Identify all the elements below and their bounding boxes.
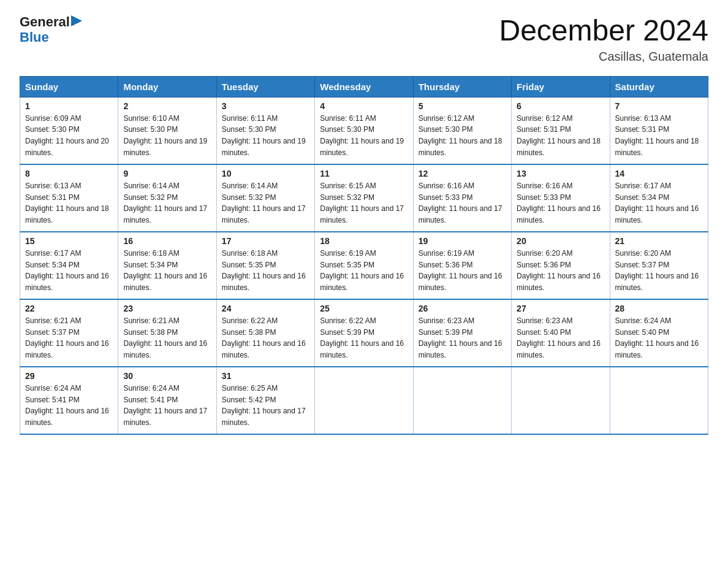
day-info: Sunrise: 6:20 AMSunset: 5:36 PMDaylight:… — [517, 249, 601, 292]
table-row: 9 Sunrise: 6:14 AMSunset: 5:32 PMDayligh… — [118, 164, 216, 232]
table-row: 10 Sunrise: 6:14 AMSunset: 5:32 PMDaylig… — [216, 164, 314, 232]
day-number: 10 — [222, 169, 309, 178]
day-number: 9 — [123, 169, 211, 178]
table-row: 20 Sunrise: 6:20 AMSunset: 5:36 PMDaylig… — [512, 232, 610, 299]
day-number: 6 — [517, 101, 604, 111]
day-number: 20 — [517, 236, 604, 246]
table-row: 28 Sunrise: 6:24 AMSunset: 5:40 PMDaylig… — [610, 299, 708, 367]
table-row: 5 Sunrise: 6:12 AMSunset: 5:30 PMDayligh… — [413, 97, 511, 164]
day-info: Sunrise: 6:18 AMSunset: 5:34 PMDaylight:… — [123, 249, 207, 292]
table-row: 16 Sunrise: 6:18 AMSunset: 5:34 PMDaylig… — [118, 232, 216, 299]
day-number: 31 — [222, 371, 309, 381]
day-info: Sunrise: 6:21 AMSunset: 5:37 PMDaylight:… — [25, 316, 109, 359]
table-row: 31 Sunrise: 6:25 AMSunset: 5:42 PMDaylig… — [216, 367, 314, 434]
day-info: Sunrise: 6:21 AMSunset: 5:38 PMDaylight:… — [123, 316, 207, 359]
day-info: Sunrise: 6:14 AMSunset: 5:32 PMDaylight:… — [123, 182, 207, 224]
day-number: 12 — [419, 169, 506, 178]
day-info: Sunrise: 6:24 AMSunset: 5:41 PMDaylight:… — [25, 384, 109, 427]
logo-general: General — [20, 15, 70, 29]
table-row: 29 Sunrise: 6:24 AMSunset: 5:41 PMDaylig… — [20, 367, 118, 434]
table-row: 6 Sunrise: 6:12 AMSunset: 5:31 PMDayligh… — [512, 97, 610, 164]
table-row: 12 Sunrise: 6:16 AMSunset: 5:33 PMDaylig… — [413, 164, 511, 232]
day-info: Sunrise: 6:23 AMSunset: 5:40 PMDaylight:… — [517, 316, 601, 359]
table-row: 14 Sunrise: 6:17 AMSunset: 5:34 PMDaylig… — [610, 164, 708, 232]
table-row — [512, 367, 610, 434]
day-number: 13 — [517, 169, 604, 178]
day-number: 22 — [25, 304, 113, 313]
day-number: 19 — [419, 236, 506, 246]
day-info: Sunrise: 6:11 AMSunset: 5:30 PMDaylight:… — [222, 114, 306, 157]
col-thursday: Thursday — [413, 76, 511, 97]
day-number: 21 — [615, 236, 703, 246]
day-number: 23 — [123, 304, 211, 313]
day-info: Sunrise: 6:11 AMSunset: 5:30 PMDaylight:… — [320, 114, 404, 157]
calendar-header-row: Sunday Monday Tuesday Wednesday Thursday… — [20, 76, 708, 97]
day-info: Sunrise: 6:24 AMSunset: 5:41 PMDaylight:… — [123, 384, 207, 427]
col-sunday: Sunday — [20, 76, 118, 97]
col-monday: Monday — [118, 76, 216, 97]
day-number: 30 — [123, 371, 211, 381]
day-number: 28 — [615, 304, 703, 313]
day-number: 25 — [320, 304, 408, 313]
logo-blue: Blue — [20, 29, 49, 45]
calendar-table: Sunday Monday Tuesday Wednesday Thursday… — [20, 76, 708, 435]
table-row: 18 Sunrise: 6:19 AMSunset: 5:35 PMDaylig… — [315, 232, 413, 299]
table-row: 27 Sunrise: 6:23 AMSunset: 5:40 PMDaylig… — [512, 299, 610, 367]
col-tuesday: Tuesday — [216, 76, 314, 97]
day-number: 1 — [25, 101, 113, 111]
day-info: Sunrise: 6:16 AMSunset: 5:33 PMDaylight:… — [419, 182, 502, 224]
day-number: 5 — [419, 101, 506, 111]
table-row — [315, 367, 413, 434]
table-row: 2 Sunrise: 6:10 AMSunset: 5:30 PMDayligh… — [118, 97, 216, 164]
day-number: 8 — [25, 169, 113, 178]
svg-marker-0 — [71, 15, 82, 26]
table-row: 19 Sunrise: 6:19 AMSunset: 5:36 PMDaylig… — [413, 232, 511, 299]
day-info: Sunrise: 6:13 AMSunset: 5:31 PMDaylight:… — [25, 182, 109, 224]
col-friday: Friday — [512, 76, 610, 97]
day-info: Sunrise: 6:16 AMSunset: 5:33 PMDaylight:… — [517, 182, 601, 224]
day-number: 27 — [517, 304, 604, 313]
day-info: Sunrise: 6:25 AMSunset: 5:42 PMDaylight:… — [222, 384, 306, 427]
calendar-week-3: 15 Sunrise: 6:17 AMSunset: 5:34 PMDaylig… — [20, 232, 708, 299]
table-row: 22 Sunrise: 6:21 AMSunset: 5:37 PMDaylig… — [20, 299, 118, 367]
table-row: 17 Sunrise: 6:18 AMSunset: 5:35 PMDaylig… — [216, 232, 314, 299]
title-block: December 2024 Casillas, Guatemala — [499, 15, 708, 64]
table-row — [610, 367, 708, 434]
day-info: Sunrise: 6:10 AMSunset: 5:30 PMDaylight:… — [123, 114, 207, 157]
day-number: 3 — [222, 101, 309, 111]
calendar-week-1: 1 Sunrise: 6:09 AMSunset: 5:30 PMDayligh… — [20, 97, 708, 164]
logo: General Blue — [20, 15, 82, 45]
col-saturday: Saturday — [610, 76, 708, 97]
table-row — [413, 367, 511, 434]
day-info: Sunrise: 6:19 AMSunset: 5:36 PMDaylight:… — [419, 249, 502, 292]
location-title: Casillas, Guatemala — [499, 50, 708, 64]
day-info: Sunrise: 6:18 AMSunset: 5:35 PMDaylight:… — [222, 249, 306, 292]
month-title: December 2024 — [499, 15, 708, 47]
day-number: 11 — [320, 169, 408, 178]
day-info: Sunrise: 6:12 AMSunset: 5:31 PMDaylight:… — [517, 114, 601, 157]
table-row: 4 Sunrise: 6:11 AMSunset: 5:30 PMDayligh… — [315, 97, 413, 164]
day-info: Sunrise: 6:22 AMSunset: 5:39 PMDaylight:… — [320, 316, 404, 359]
day-info: Sunrise: 6:22 AMSunset: 5:38 PMDaylight:… — [222, 316, 306, 359]
day-info: Sunrise: 6:23 AMSunset: 5:39 PMDaylight:… — [419, 316, 502, 359]
day-number: 15 — [25, 236, 113, 246]
calendar-week-2: 8 Sunrise: 6:13 AMSunset: 5:31 PMDayligh… — [20, 164, 708, 232]
table-row: 23 Sunrise: 6:21 AMSunset: 5:38 PMDaylig… — [118, 299, 216, 367]
day-number: 17 — [222, 236, 309, 246]
table-row: 1 Sunrise: 6:09 AMSunset: 5:30 PMDayligh… — [20, 97, 118, 164]
day-number: 24 — [222, 304, 309, 313]
table-row: 13 Sunrise: 6:16 AMSunset: 5:33 PMDaylig… — [512, 164, 610, 232]
day-number: 14 — [615, 169, 703, 178]
calendar-week-4: 22 Sunrise: 6:21 AMSunset: 5:37 PMDaylig… — [20, 299, 708, 367]
table-row: 26 Sunrise: 6:23 AMSunset: 5:39 PMDaylig… — [413, 299, 511, 367]
day-info: Sunrise: 6:14 AMSunset: 5:32 PMDaylight:… — [222, 182, 306, 224]
day-number: 29 — [25, 371, 113, 381]
page-header: General Blue December 2024 Casillas, Gua… — [20, 15, 708, 64]
day-number: 16 — [123, 236, 211, 246]
table-row: 25 Sunrise: 6:22 AMSunset: 5:39 PMDaylig… — [315, 299, 413, 367]
table-row: 11 Sunrise: 6:15 AMSunset: 5:32 PMDaylig… — [315, 164, 413, 232]
table-row: 15 Sunrise: 6:17 AMSunset: 5:34 PMDaylig… — [20, 232, 118, 299]
day-info: Sunrise: 6:17 AMSunset: 5:34 PMDaylight:… — [615, 182, 699, 224]
table-row: 21 Sunrise: 6:20 AMSunset: 5:37 PMDaylig… — [610, 232, 708, 299]
table-row: 8 Sunrise: 6:13 AMSunset: 5:31 PMDayligh… — [20, 164, 118, 232]
